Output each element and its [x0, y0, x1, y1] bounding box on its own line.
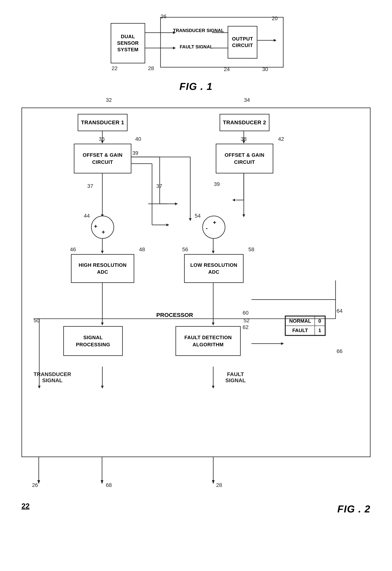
ref-50: 50 [34, 317, 40, 324]
ref-42: 42 [278, 136, 284, 142]
signal-processing-box: SIGNAL PROCESSING [63, 326, 123, 356]
svg-rect-0 [161, 17, 283, 67]
fig1-title: FIG . 1 [100, 81, 292, 92]
ref-37a: 37 [87, 183, 93, 189]
offset-gain2-box: OFFSET & GAIN CIRCUIT [216, 144, 273, 173]
ref-66: 66 [336, 348, 343, 354]
fig2-number-label: 22 [21, 502, 29, 510]
ref-30: 30 [262, 66, 268, 72]
svg-marker-24 [175, 202, 178, 205]
ref-24: 24 [224, 66, 230, 72]
table-normal-value: 0 [315, 316, 325, 326]
ref-62: 62 [243, 324, 249, 330]
svg-marker-26 [242, 214, 245, 217]
ref-22: 22 [112, 65, 118, 72]
ref-44: 44 [84, 213, 90, 219]
low-res-adc-box: LOW RESOLUTION ADC [184, 254, 244, 283]
ref-60: 60 [243, 310, 249, 316]
fig2-title: FIG . 2 [337, 503, 371, 515]
svg-marker-45 [281, 342, 284, 345]
table-fault-value: 1 [315, 326, 325, 335]
ref-32: 32 [106, 97, 112, 103]
sum-junction2: + - [202, 216, 225, 239]
ref-40: 40 [135, 136, 141, 142]
ref-36: 36 [99, 136, 105, 142]
svg-marker-37 [101, 386, 104, 389]
svg-marker-34 [212, 322, 215, 325]
processor-label: PROCESSOR [156, 312, 193, 318]
fault-detection-box: FAULT DETECTION ALGORITHM [175, 326, 241, 356]
ref-26: 26 [161, 14, 167, 20]
fault-signal-label: FAULT SIGNAL [180, 44, 213, 50]
fault-table: NORMAL 0 FAULT 1 [285, 316, 326, 336]
dual-sensor-box: DUAL SENSOR SYSTEM [111, 23, 145, 63]
ref-37b: 37 [156, 183, 162, 189]
fig2-below: 26 68 28 [21, 457, 371, 496]
table-fault-label: FAULT [286, 326, 315, 335]
svg-marker-28 [101, 251, 104, 254]
transducer-signal-label: TRANSDUCER SIGNAL [173, 28, 224, 33]
svg-marker-58 [212, 480, 215, 484]
sum-junction1: + + [91, 216, 114, 239]
ref-54: 54 [195, 213, 201, 219]
fig1-container: DUAL SENSOR SYSTEM OUTPUT CIRCUIT TRANSD… [100, 12, 292, 92]
fig2-border: TRANSDUCER 1 TRANSDUCER 2 OFFSET & GAIN … [21, 107, 371, 457]
fig2-outer: 32 34 [21, 107, 371, 515]
fig2-below-svg [21, 457, 371, 496]
svg-marker-49 [167, 224, 169, 226]
fig2-footer: FIG . 2 22 [21, 497, 371, 515]
ref-39a: 39 [132, 150, 138, 156]
ref-68: 68 [106, 482, 112, 488]
ref-28: 28 [216, 482, 222, 488]
ref-46: 46 [70, 246, 76, 253]
ref-58: 58 [248, 246, 254, 253]
ref-34: 34 [244, 97, 250, 103]
high-res-adc-box: HIGH RESOLUTION ADC [71, 254, 134, 283]
output-circuit-box: OUTPUT CIRCUIT [228, 26, 257, 59]
fault-signal-bottom: FAULT SIGNAL [225, 371, 246, 384]
offset-gain1-box: OFFSET & GAIN CIRCUIT [74, 144, 131, 173]
transducer-signal-bottom: TRANSDUCER SIGNAL [34, 371, 71, 384]
ref-48: 48 [139, 246, 145, 253]
svg-marker-10 [274, 39, 277, 42]
svg-marker-32 [101, 322, 104, 325]
ref-20: 20 [272, 15, 278, 21]
ref-26b: 26 [32, 482, 38, 488]
svg-marker-52 [189, 218, 192, 221]
ref-56: 56 [182, 246, 188, 253]
svg-marker-41 [38, 386, 41, 389]
svg-marker-56 [101, 480, 103, 484]
svg-marker-39 [212, 386, 215, 389]
table-normal-label: NORMAL [286, 316, 315, 326]
ref-64: 64 [336, 308, 343, 314]
ref-28: 28 [148, 65, 154, 72]
ref-52: 52 [244, 317, 250, 324]
page: DUAL SENSOR SYSTEM OUTPUT CIRCUIT TRANSD… [0, 0, 392, 571]
transducer2-box: TRANSDUCER 2 [220, 114, 269, 131]
ref-39b: 39 [214, 181, 220, 187]
ref-38: 38 [241, 136, 247, 142]
svg-marker-22 [232, 199, 235, 201]
fig1-diagram: DUAL SENSOR SYSTEM OUTPUT CIRCUIT TRANSD… [105, 12, 287, 77]
svg-marker-6 [173, 47, 176, 49]
svg-marker-30 [212, 251, 215, 254]
transducer1-box: TRANSDUCER 1 [78, 114, 127, 131]
